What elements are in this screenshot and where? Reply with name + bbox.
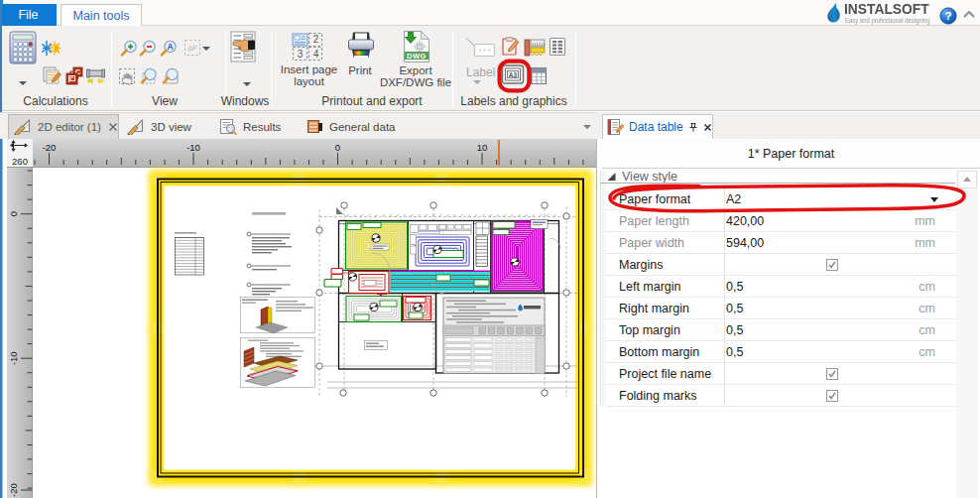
svg-text:-20: -20 bbox=[8, 483, 19, 497]
svg-text:3: 3 bbox=[298, 49, 304, 60]
svg-text:0: 0 bbox=[335, 142, 340, 153]
svg-text:-20: -20 bbox=[43, 142, 57, 153]
svg-text:10: 10 bbox=[477, 142, 488, 153]
svg-text:-10: -10 bbox=[8, 351, 19, 365]
svg-text:2: 2 bbox=[313, 34, 319, 45]
svg-text:260: 260 bbox=[12, 156, 28, 167]
svg-text:ΔP: ΔP bbox=[187, 45, 197, 52]
svg-text:DWG: DWG bbox=[407, 52, 427, 61]
svg-text:4: 4 bbox=[313, 49, 319, 60]
svg-text:A: A bbox=[167, 42, 173, 52]
svg-text:-10: -10 bbox=[186, 142, 200, 153]
svg-text:?: ? bbox=[944, 10, 951, 22]
svg-text:0: 0 bbox=[8, 211, 19, 216]
